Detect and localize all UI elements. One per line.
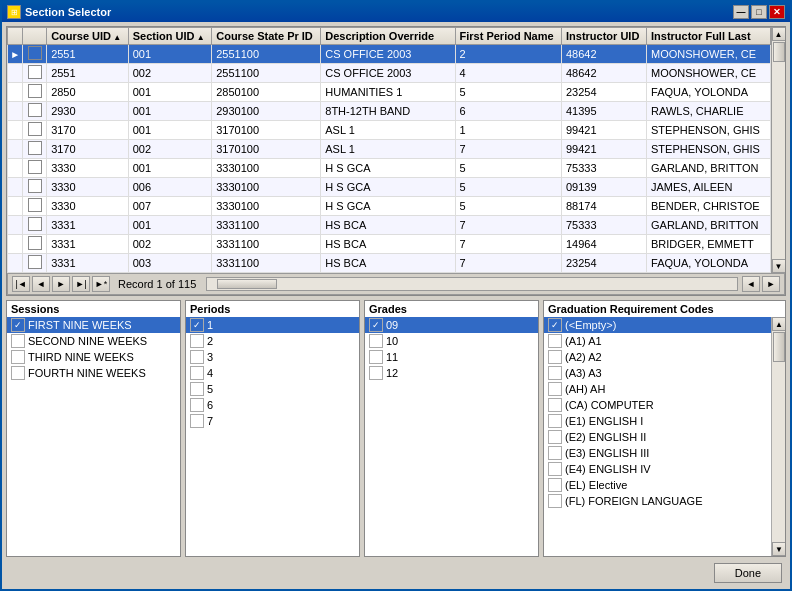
nav-next-btn[interactable]: ► [52,276,70,292]
periods-item[interactable]: 3 [186,349,359,365]
grad-item[interactable]: (FL) FOREIGN LANGUAGE [544,493,771,509]
row-checkbox[interactable] [23,121,47,140]
scroll-right-btn[interactable]: ► [762,276,780,292]
table-row[interactable]: 33300063330100H S GCA509139JAMES, AILEEN [8,178,771,197]
grades-title: Grades [365,301,538,317]
nav-new-btn[interactable]: ►* [92,276,110,292]
scrollbar-thumb[interactable] [773,42,785,62]
periods-item[interactable]: 6 [186,397,359,413]
grad-item[interactable]: (AH) AH [544,381,771,397]
table-row[interactable]: ►25510012551100CS OFFICE 2003248642MOONS… [8,45,771,64]
col-header-course-uid[interactable]: Course UID [47,28,129,45]
grad-scroll-track[interactable] [772,331,785,542]
table-row[interactable]: 33300013330100H S GCA575333GARLAND, BRIT… [8,159,771,178]
grad-scrollbar[interactable]: ▲ ▼ [771,317,785,556]
first-period-cell: 7 [455,216,562,235]
graduation-list[interactable]: (<Empty>)(A1) A1(A2) A2(A3) A3(AH) AH(CA… [544,317,771,556]
periods-list[interactable]: 1234567 [186,317,359,556]
row-checkbox[interactable] [23,197,47,216]
grad-item[interactable]: (E1) ENGLISH I [544,413,771,429]
grad-item[interactable]: (CA) COMPUTER [544,397,771,413]
grad-item[interactable]: (A1) A1 [544,333,771,349]
grades-item[interactable]: 10 [365,333,538,349]
scrollbar-down-btn[interactable]: ▼ [772,259,786,273]
table-row[interactable]: 33310013331100HS BCA775333GARLAND, BRITT… [8,216,771,235]
scrollbar-track[interactable] [772,41,785,259]
grad-item[interactable]: (<Empty>) [544,317,771,333]
grades-item[interactable]: 09 [365,317,538,333]
sessions-list[interactable]: FIRST NINE WEEKSSECOND NINE WEEKSTHIRD N… [7,317,180,556]
close-button[interactable]: ✕ [769,5,785,19]
nav-last-btn[interactable]: ►| [72,276,90,292]
row-checkbox[interactable] [23,64,47,83]
col-header-indicator[interactable] [8,28,23,45]
col-header-checkbox[interactable] [23,28,47,45]
grad-scroll-thumb[interactable] [773,332,785,362]
table-row[interactable]: 31700023170100ASL 1799421STEPHENSON, GHI… [8,140,771,159]
periods-item[interactable]: 2 [186,333,359,349]
scrollbar-up-btn[interactable]: ▲ [772,27,786,41]
scroll-left-btn[interactable]: ◄ [742,276,760,292]
nav-first-btn[interactable]: |◄ [12,276,30,292]
table-row[interactable]: 33300073330100H S GCA588174BENDER, CHRIS… [8,197,771,216]
periods-item[interactable]: 7 [186,413,359,429]
periods-item-label: 6 [207,399,213,411]
row-checkbox[interactable] [23,102,47,121]
col-header-course-state[interactable]: Course State Pr ID [212,28,321,45]
grades-item[interactable]: 12 [365,365,538,381]
horizontal-scrollbar[interactable] [206,277,738,291]
col-header-first-period[interactable]: First Period Name [455,28,562,45]
periods-item-icon [190,414,204,428]
col-header-section-uid[interactable]: Section UID [128,28,212,45]
grad-item[interactable]: (A3) A3 [544,365,771,381]
row-checkbox[interactable] [23,45,47,64]
grades-list[interactable]: 09101112 [365,317,538,556]
course-state-cell: 2850100 [212,83,321,102]
grad-item-icon [548,350,562,364]
maximize-button[interactable]: □ [751,5,767,19]
col-header-desc[interactable]: Description Override [321,28,455,45]
grad-item[interactable]: (EL) Elective [544,477,771,493]
periods-item[interactable]: 1 [186,317,359,333]
course-uid-cell: 3331 [47,235,129,254]
grad-scroll-down[interactable]: ▼ [772,542,785,556]
sessions-item[interactable]: FIRST NINE WEEKS [7,317,180,333]
title-controls: — □ ✕ [733,5,785,19]
periods-item[interactable]: 4 [186,365,359,381]
done-button[interactable]: Done [714,563,782,583]
periods-item-label: 7 [207,415,213,427]
table-row[interactable]: 33310023331100HS BCA714964BRIDGER, EMMET… [8,235,771,254]
sessions-item[interactable]: THIRD NINE WEEKS [7,349,180,365]
periods-item-icon [190,382,204,396]
row-checkbox[interactable] [23,83,47,102]
sessions-item[interactable]: FOURTH NINE WEEKS [7,365,180,381]
periods-item[interactable]: 5 [186,381,359,397]
periods-item-label: 2 [207,335,213,347]
grad-item[interactable]: (E3) ENGLISH III [544,445,771,461]
row-indicator [8,216,23,235]
row-checkbox[interactable] [23,159,47,178]
grad-scroll-container: (<Empty>)(A1) A1(A2) A2(A3) A3(AH) AH(CA… [544,317,785,556]
sessions-item[interactable]: SECOND NINE WEEKS [7,333,180,349]
row-checkbox[interactable] [23,140,47,159]
col-header-instructor-full[interactable]: Instructor Full Last [647,28,771,45]
h-scrollbar-thumb[interactable] [217,279,277,289]
grad-item[interactable]: (E2) ENGLISH II [544,429,771,445]
table-row[interactable]: 28500012850100HUMANITIES 1523254FAQUA, Y… [8,83,771,102]
minimize-button[interactable]: — [733,5,749,19]
grad-scroll-up[interactable]: ▲ [772,317,785,331]
table-row[interactable]: 33310033331100HS BCA723254FAQUA, YOLONDA [8,254,771,273]
table-row[interactable]: 25510022551100CS OFFICE 2003448642MOONSH… [8,64,771,83]
row-checkbox[interactable] [23,235,47,254]
table-row[interactable]: 293000129301008TH-12TH BAND641395RAWLS, … [8,102,771,121]
table-vertical-scrollbar[interactable]: ▲ ▼ [771,27,785,273]
nav-prev-btn[interactable]: ◄ [32,276,50,292]
grades-item[interactable]: 11 [365,349,538,365]
grad-item[interactable]: (A2) A2 [544,349,771,365]
col-header-instructor-uid[interactable]: Instructor UID [562,28,647,45]
grad-item[interactable]: (E4) ENGLISH IV [544,461,771,477]
table-row[interactable]: 31700013170100ASL 1199421STEPHENSON, GHI… [8,121,771,140]
row-checkbox[interactable] [23,216,47,235]
row-checkbox[interactable] [23,254,47,273]
row-checkbox[interactable] [23,178,47,197]
